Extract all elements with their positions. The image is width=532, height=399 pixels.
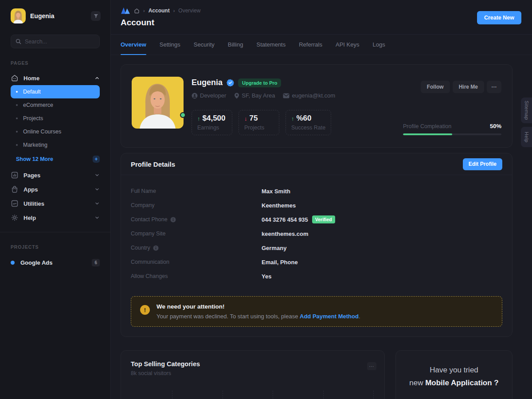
profile-photo-image: [132, 77, 184, 129]
profile-location[interactable]: SF, Bay Area: [234, 92, 275, 99]
sidebar-item-google-ads[interactable]: Google Ads 6: [0, 255, 110, 270]
breadcrumb-separator: ›: [143, 8, 145, 13]
promo-line1: Have you tried: [403, 366, 505, 375]
profile-photo[interactable]: [132, 77, 184, 129]
person-icon: [192, 93, 198, 99]
mobile-app-promo-card: Have you tried new Mobile Application ?: [395, 350, 512, 399]
hire-me-button[interactable]: Hire Me: [453, 81, 484, 93]
stat-projects: ↓ 75 Projects: [239, 110, 279, 135]
filter-icon: [94, 14, 98, 19]
tab-logs[interactable]: Logs: [372, 35, 385, 55]
sidebar-user-header: Eugenia: [0, 0, 110, 23]
profile-location-label: SF, Bay Area: [242, 92, 275, 99]
chart-icon: [11, 171, 19, 179]
search-icon: [16, 39, 21, 44]
breadcrumb: › Account › Overview: [121, 7, 200, 15]
logo-icon[interactable]: [121, 7, 130, 15]
home-breadcrumb-icon[interactable]: [134, 8, 140, 14]
detail-row-country: Country Germany: [131, 241, 502, 255]
edit-profile-button[interactable]: Edit Profile: [463, 158, 502, 170]
details-header: Profile Details Edit Profile: [121, 153, 512, 175]
sidebar-item-home[interactable]: Home: [11, 71, 100, 85]
page-header: › Account › Overview Account Create New: [111, 0, 532, 35]
chart-more-button[interactable]: ⋯: [367, 362, 376, 370]
edge-tab-sitemap[interactable]: Sitemap: [521, 98, 532, 123]
sidebar-item-label: Help: [23, 215, 36, 221]
bullet-icon: [16, 91, 18, 93]
upgrade-to-pro-badge[interactable]: Upgrade to Pro: [238, 78, 281, 87]
detail-label: Company: [131, 202, 262, 208]
user-name[interactable]: Eugenia: [30, 12, 86, 20]
sidebar-subitem-online-courses[interactable]: Online Courses: [11, 125, 100, 138]
bag-icon: [11, 185, 19, 193]
sidebar-subitem-marketing[interactable]: Marketing: [11, 138, 100, 152]
sidebar-divider: [0, 232, 110, 232]
avatar[interactable]: [11, 8, 26, 23]
bottom-row: Top Selling Categories 8k social visitor…: [121, 350, 512, 399]
show-more-link[interactable]: Show 12 More: [16, 156, 53, 162]
chart-rows: Phones Laptops: [131, 391, 375, 399]
search-input[interactable]: [25, 39, 95, 45]
notice-title: We need your attention!: [156, 303, 360, 310]
detail-value: keenthemes.com: [262, 231, 309, 237]
sidebar-subitem-label: Marketing: [23, 142, 47, 148]
notice-text-body: Your payment was declined. To start usin…: [156, 313, 300, 320]
profile-actions: Follow Hire Me ⋯: [403, 81, 501, 93]
online-status-dot: [180, 112, 186, 118]
projects-section-label: PROJECTS: [0, 244, 110, 250]
chevron-down-icon: [94, 215, 100, 220]
sidebar-item-utilities[interactable]: Utilities: [11, 196, 100, 211]
info-icon[interactable]: [153, 245, 159, 251]
info-icon[interactable]: [170, 217, 176, 223]
breadcrumb-item-overview[interactable]: Overview: [178, 8, 200, 14]
profile-details-card: Profile Details Edit Profile Full Name M…: [121, 153, 512, 337]
notice-text-suffix: .: [359, 313, 360, 320]
verified-badge: Verified: [312, 215, 335, 223]
sidebar-filter-button[interactable]: [91, 11, 101, 21]
sidebar-subitem-projects[interactable]: Projects: [11, 112, 100, 125]
pages-section-label: PAGES: [0, 60, 110, 66]
create-new-button[interactable]: Create New: [477, 11, 521, 24]
trend-up-icon: ↑: [197, 115, 200, 122]
sidebar-item-apps[interactable]: Apps: [11, 182, 100, 196]
detail-row-company-site: Company Site keenthemes.com: [131, 227, 502, 241]
chevron-up-icon: [94, 75, 100, 81]
tab-security[interactable]: Security: [194, 35, 215, 55]
detail-label: Country: [131, 245, 150, 251]
sidebar-subitem-ecommerce[interactable]: eCommerce: [11, 98, 100, 112]
tab-overview[interactable]: Overview: [121, 35, 146, 55]
tab-referrals[interactable]: Referrals: [299, 35, 322, 55]
breadcrumb-item-account[interactable]: Account: [149, 8, 170, 14]
bullet-icon: [16, 144, 18, 146]
project-label: Google Ads: [20, 259, 52, 266]
detail-label: Allow Changes: [131, 273, 262, 279]
bullet-icon: [16, 117, 18, 119]
edge-tab-help[interactable]: Help: [521, 127, 532, 147]
tab-api-keys[interactable]: API Keys: [336, 35, 359, 55]
sidebar-item-pages[interactable]: Pages: [11, 168, 100, 182]
stat-value: 75: [250, 114, 258, 123]
top-selling-categories-card: Top Selling Categories 8k social visitor…: [121, 350, 385, 399]
stat-success-rate: ↑ %60 Success Rate: [286, 110, 331, 135]
follow-button[interactable]: Follow: [421, 81, 450, 93]
add-payment-method-link[interactable]: Add Payment Method: [300, 313, 359, 320]
add-page-button[interactable]: +: [93, 156, 100, 163]
tab-settings[interactable]: Settings: [160, 35, 180, 55]
more-options-button[interactable]: ⋯: [487, 81, 501, 93]
sidebar-groups: Pages Apps: [11, 168, 100, 225]
sidebar-item-help[interactable]: Help: [11, 211, 100, 225]
account-tabs: Overview Settings Security Billing State…: [111, 35, 532, 55]
tab-statements[interactable]: Statements: [256, 35, 286, 55]
chevron-down-icon: [94, 187, 100, 192]
details-title: Profile Details: [131, 160, 175, 168]
profile-role[interactable]: Developer: [192, 92, 226, 99]
profile-email[interactable]: eugenia@kt.com: [283, 92, 335, 99]
sidebar-item-label: Utilities: [23, 200, 44, 207]
chart-title: Top Selling Categories: [131, 360, 375, 368]
show-more-row: Show 12 More +: [11, 153, 100, 166]
profile-name[interactable]: Eugenia: [192, 78, 223, 87]
page-content: Eugenia Upgrade to Pro Developer: [111, 55, 532, 399]
tab-billing[interactable]: Billing: [228, 35, 243, 55]
sidebar-item-label: Pages: [23, 172, 40, 179]
sidebar-subitem-default[interactable]: Default: [11, 85, 100, 98]
